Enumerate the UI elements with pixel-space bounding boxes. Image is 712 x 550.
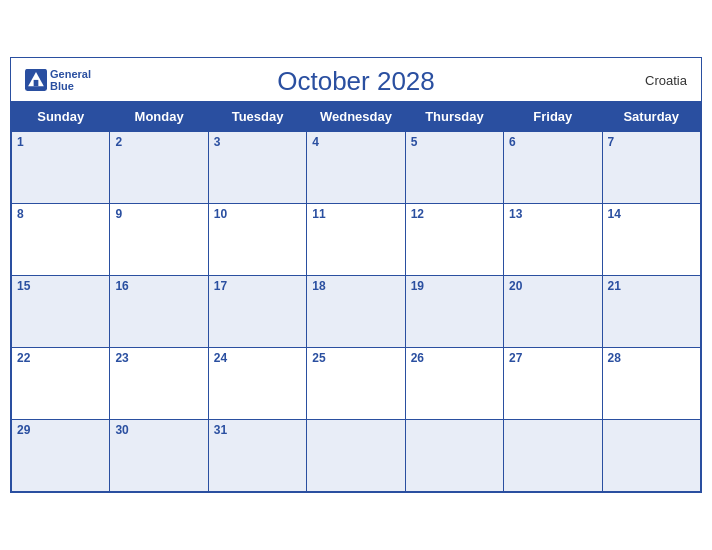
day-number: 3	[214, 135, 301, 149]
day-number: 27	[509, 351, 596, 365]
day-cell: 28	[602, 348, 700, 420]
day-cell	[307, 420, 405, 492]
day-cell: 18	[307, 276, 405, 348]
day-number: 31	[214, 423, 301, 437]
day-number: 30	[115, 423, 202, 437]
generalblue-logo-icon	[25, 69, 47, 91]
day-number: 13	[509, 207, 596, 221]
day-number: 5	[411, 135, 498, 149]
day-cell: 6	[504, 132, 602, 204]
day-cell: 9	[110, 204, 208, 276]
header-saturday: Saturday	[602, 102, 700, 132]
day-cell	[504, 420, 602, 492]
day-cell: 15	[12, 276, 110, 348]
day-number: 2	[115, 135, 202, 149]
day-number: 19	[411, 279, 498, 293]
day-cell: 29	[12, 420, 110, 492]
day-cell: 4	[307, 132, 405, 204]
header-tuesday: Tuesday	[208, 102, 306, 132]
day-cell: 19	[405, 276, 503, 348]
day-number: 20	[509, 279, 596, 293]
day-cell: 17	[208, 276, 306, 348]
svg-rect-2	[34, 80, 39, 86]
calendar: General Blue October 2028 Croatia Sunday…	[10, 57, 702, 493]
calendar-table: Sunday Monday Tuesday Wednesday Thursday…	[11, 101, 701, 492]
country-label: Croatia	[645, 72, 687, 87]
day-number: 26	[411, 351, 498, 365]
day-number: 16	[115, 279, 202, 293]
day-cell: 24	[208, 348, 306, 420]
day-number: 10	[214, 207, 301, 221]
day-number: 11	[312, 207, 399, 221]
day-number: 7	[608, 135, 695, 149]
day-cell: 2	[110, 132, 208, 204]
day-cell: 22	[12, 348, 110, 420]
day-cell: 16	[110, 276, 208, 348]
day-cell: 23	[110, 348, 208, 420]
header-friday: Friday	[504, 102, 602, 132]
day-number: 1	[17, 135, 104, 149]
day-cell: 31	[208, 420, 306, 492]
header-sunday: Sunday	[12, 102, 110, 132]
day-cell: 13	[504, 204, 602, 276]
day-number: 24	[214, 351, 301, 365]
day-cell	[602, 420, 700, 492]
day-cell	[405, 420, 503, 492]
day-number: 28	[608, 351, 695, 365]
day-cell: 30	[110, 420, 208, 492]
day-number: 29	[17, 423, 104, 437]
day-cell: 7	[602, 132, 700, 204]
header-monday: Monday	[110, 102, 208, 132]
logo-text-blue: Blue	[50, 80, 91, 92]
day-cell: 12	[405, 204, 503, 276]
day-number: 15	[17, 279, 104, 293]
week-row-4: 22232425262728	[12, 348, 701, 420]
week-row-3: 15161718192021	[12, 276, 701, 348]
day-cell: 26	[405, 348, 503, 420]
day-number: 8	[17, 207, 104, 221]
day-number: 22	[17, 351, 104, 365]
header-thursday: Thursday	[405, 102, 503, 132]
logo-text-general: General	[50, 67, 91, 79]
month-title: October 2028	[277, 66, 435, 97]
day-cell: 21	[602, 276, 700, 348]
day-cell: 3	[208, 132, 306, 204]
weekday-header-row: Sunday Monday Tuesday Wednesday Thursday…	[12, 102, 701, 132]
day-cell: 27	[504, 348, 602, 420]
day-number: 21	[608, 279, 695, 293]
calendar-header: General Blue October 2028 Croatia	[11, 58, 701, 101]
day-cell: 1	[12, 132, 110, 204]
day-number: 12	[411, 207, 498, 221]
header-wednesday: Wednesday	[307, 102, 405, 132]
day-number: 23	[115, 351, 202, 365]
day-cell: 8	[12, 204, 110, 276]
week-row-2: 891011121314	[12, 204, 701, 276]
day-cell: 14	[602, 204, 700, 276]
day-cell: 10	[208, 204, 306, 276]
day-number: 9	[115, 207, 202, 221]
day-cell: 20	[504, 276, 602, 348]
day-number: 6	[509, 135, 596, 149]
week-row-1: 1234567	[12, 132, 701, 204]
week-row-5: 293031	[12, 420, 701, 492]
day-number: 14	[608, 207, 695, 221]
day-number: 25	[312, 351, 399, 365]
day-cell: 11	[307, 204, 405, 276]
day-cell: 25	[307, 348, 405, 420]
logo: General Blue	[25, 67, 91, 91]
day-number: 4	[312, 135, 399, 149]
day-cell: 5	[405, 132, 503, 204]
day-number: 17	[214, 279, 301, 293]
day-number: 18	[312, 279, 399, 293]
